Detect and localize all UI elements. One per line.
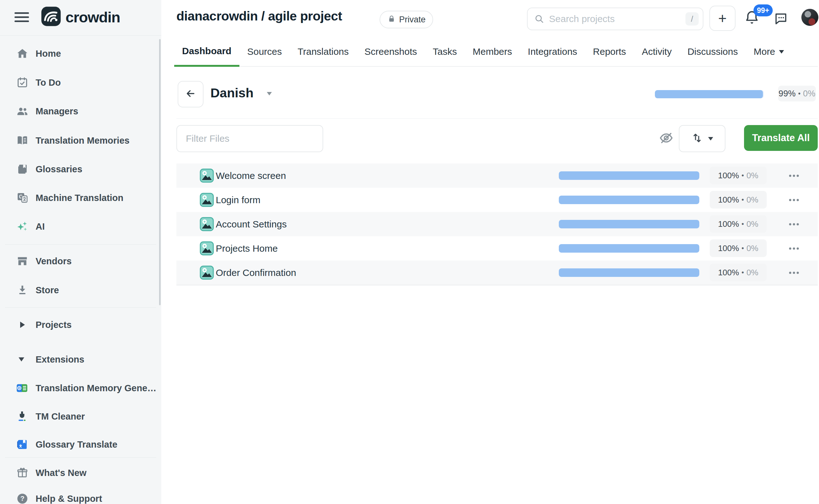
file-progress-bar — [559, 196, 699, 204]
tab-dashboard[interactable]: Dashboard — [174, 37, 239, 67]
sidebar-item-translation-memories[interactable]: Translation Memories — [0, 126, 161, 155]
crowdin-logo[interactable]: crowdin — [41, 6, 120, 28]
sidebar-item-label: AI — [36, 221, 45, 232]
managers-icon — [16, 105, 29, 118]
main-content: dianacrowdin / agile project Private / +… — [161, 0, 819, 504]
file-row[interactable]: Order Confirmation 100%•0% — [176, 261, 818, 285]
chevron-down-icon — [19, 358, 24, 362]
privacy-badge: Private — [380, 11, 433, 28]
create-project-button[interactable]: + — [709, 6, 736, 31]
breadcrumb: dianacrowdin / agile project — [176, 9, 342, 24]
filter-files-box — [176, 125, 323, 152]
hamburger-menu-icon[interactable] — [14, 12, 29, 24]
tab-more[interactable]: More — [746, 37, 792, 66]
back-button[interactable] — [178, 81, 203, 107]
sidebar-section-projects[interactable]: Projects — [0, 311, 161, 339]
crowdin-app: crowdin Home To Do Managers Translation … — [0, 0, 819, 504]
screenshot-file-icon — [199, 192, 214, 209]
row-menu-icon[interactable] — [789, 247, 799, 249]
sidebar-item-label: Translation Memory Gene… — [36, 383, 157, 393]
file-list: Welcome screen 100%•0% Login form 100%•0… — [176, 163, 818, 285]
sidebar-item-machine-translation[interactable]: G Machine Translation — [0, 184, 161, 212]
sidebar-item-tm-generator[interactable]: Translation Memory Gene… — [0, 374, 161, 402]
language-progress-bar — [655, 90, 764, 98]
file-name: Account Settings — [216, 219, 287, 230]
sidebar-item-vendors[interactable]: Vendors — [0, 247, 161, 275]
approved-percent: 0% — [803, 89, 815, 99]
search-input[interactable] — [548, 13, 685, 25]
sidebar-item-whats-new[interactable]: What's New — [0, 459, 161, 487]
ai-sparkles-icon — [16, 220, 29, 233]
file-name: Login form — [216, 195, 261, 205]
sidebar-item-home[interactable]: Home — [0, 39, 161, 68]
tab-screenshots[interactable]: Screenshots — [357, 37, 425, 66]
sidebar-item-label: Machine Translation — [36, 193, 123, 203]
file-row[interactable]: Projects Home 100%•0% — [176, 236, 818, 261]
sidebar-item-glossary-translate[interactable]: Glossary Translate — [0, 430, 161, 459]
translate-all-button[interactable]: Translate All — [744, 125, 818, 151]
section-divider — [176, 118, 818, 119]
todo-calendar-icon — [16, 76, 29, 89]
tm-generator-icon — [15, 381, 29, 395]
sort-button[interactable] — [679, 125, 725, 152]
translated-percent: 99% — [779, 89, 796, 99]
search-icon — [534, 14, 545, 24]
file-row[interactable]: Login form 100%•0% — [176, 188, 818, 212]
language-progress-badge: 99% • 0% — [778, 86, 816, 101]
tab-tasks[interactable]: Tasks — [425, 37, 465, 66]
row-menu-icon[interactable] — [789, 199, 799, 201]
file-row[interactable]: Welcome screen 100%•0% — [176, 163, 818, 188]
sidebar-item-todo[interactable]: To Do — [0, 68, 161, 97]
sidebar-item-managers[interactable]: Managers — [0, 97, 161, 125]
tab-translations[interactable]: Translations — [290, 37, 357, 66]
home-icon — [16, 47, 29, 60]
filter-files-input[interactable] — [185, 133, 314, 144]
sidebar-section-label: Projects — [36, 320, 72, 330]
sidebar-item-glossaries[interactable]: Glossaries — [0, 155, 161, 183]
sidebar-section-extensions[interactable]: Extensions — [0, 345, 161, 374]
arrow-left-icon — [185, 88, 196, 100]
sidebar-item-tm-cleaner[interactable]: TM Cleaner — [0, 402, 161, 431]
file-progress-badge: 100%•0% — [710, 167, 767, 184]
tab-integrations[interactable]: Integrations — [520, 37, 585, 66]
storefront-icon — [16, 255, 29, 268]
row-menu-icon[interactable] — [789, 272, 799, 274]
sidebar: crowdin Home To Do Managers Translation … — [0, 0, 161, 504]
help-icon: ? — [16, 492, 29, 504]
sidebar-item-help-support[interactable]: ? Help & Support — [0, 484, 161, 504]
row-menu-icon[interactable] — [789, 175, 799, 177]
file-progress-badge: 100%•0% — [710, 264, 767, 281]
tab-members[interactable]: Members — [465, 37, 520, 66]
sidebar-section-label: Extensions — [36, 354, 84, 365]
tab-discussions[interactable]: Discussions — [679, 37, 746, 66]
sidebar-divider — [0, 35, 161, 36]
sidebar-item-label: Home — [36, 49, 61, 59]
sidebar-item-label: Managers — [36, 106, 78, 117]
user-avatar[interactable] — [801, 9, 818, 26]
sidebar-item-store[interactable]: Store — [0, 276, 161, 304]
sort-arrows-icon — [691, 132, 703, 145]
chevron-right-icon — [20, 322, 25, 328]
tm-cleaner-icon — [15, 409, 29, 423]
download-icon — [16, 283, 29, 297]
tab-activity[interactable]: Activity — [634, 37, 679, 66]
eye-off-icon[interactable] — [659, 131, 673, 146]
tab-reports[interactable]: Reports — [585, 37, 634, 66]
sidebar-item-label: To Do — [36, 77, 61, 88]
sidebar-item-ai[interactable]: AI — [0, 212, 161, 241]
project-tabs: Dashboard Sources Translations Screensho… — [174, 37, 818, 67]
screenshot-file-icon — [199, 217, 214, 233]
gift-icon — [16, 466, 29, 479]
file-row[interactable]: Account Settings 100%•0% — [176, 212, 818, 236]
messages-icon[interactable] — [774, 11, 788, 27]
search-box: / — [527, 8, 703, 30]
language-dropdown-caret[interactable] — [267, 92, 272, 95]
tab-sources[interactable]: Sources — [239, 37, 290, 66]
crowdin-logo-icon — [41, 6, 61, 28]
file-progress-bar — [559, 268, 699, 277]
chevron-down-icon — [708, 137, 713, 140]
sidebar-divider — [5, 457, 156, 458]
sidebar-item-label: What's New — [36, 468, 87, 478]
sidebar-divider — [5, 244, 156, 245]
row-menu-icon[interactable] — [789, 223, 799, 225]
